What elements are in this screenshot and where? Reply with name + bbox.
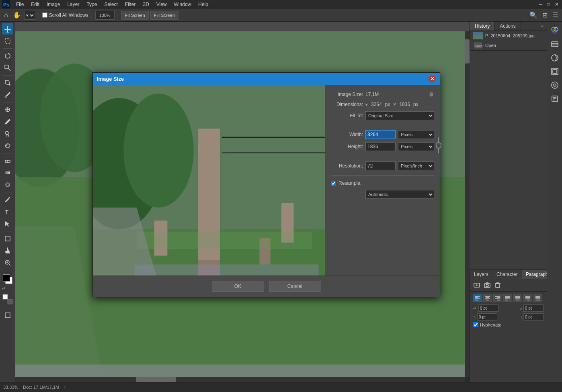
tab-layers[interactable]: Layers: [470, 270, 492, 279]
zoom-tool[interactable]: [2, 257, 13, 268]
notes-icon[interactable]: [549, 93, 560, 104]
delete-layer-btn[interactable]: [493, 281, 502, 290]
resample-select[interactable]: Automatic Preserve Details Bicubic Smoot…: [365, 190, 434, 199]
eyedropper-tool[interactable]: [2, 89, 13, 100]
swap-colors-btn[interactable]: ⇄: [2, 286, 13, 291]
dimensions-expand-btn[interactable]: ▾: [365, 102, 368, 107]
settings-icon[interactable]: ⚙: [429, 91, 434, 98]
align-right-btn[interactable]: [493, 294, 502, 302]
properties-icon[interactable]: [549, 80, 560, 91]
hand-tool[interactable]: [2, 245, 13, 256]
gradient-tool[interactable]: [2, 167, 13, 178]
tab-history[interactable]: History: [470, 22, 495, 31]
chain-link-icon[interactable]: [436, 133, 441, 157]
crop-tool[interactable]: [2, 77, 13, 88]
screen-mode-btn[interactable]: [2, 310, 13, 321]
menu-3d[interactable]: 3D: [139, 1, 152, 8]
close-btn[interactable]: ✕: [553, 0, 560, 9]
align-left-btn[interactable]: [473, 294, 482, 302]
width-input[interactable]: [365, 130, 396, 139]
dialog-close-btn[interactable]: ✕: [429, 75, 436, 82]
marquee-tool[interactable]: [2, 35, 13, 47]
menu-select[interactable]: Select: [101, 1, 121, 8]
svg-point-40: [552, 55, 558, 61]
menu-window[interactable]: Window: [171, 1, 195, 8]
path-select-tool[interactable]: [2, 218, 13, 229]
cancel-btn[interactable]: Cancel: [269, 281, 321, 292]
resample-checkbox[interactable]: [331, 181, 336, 186]
menu-filter[interactable]: Filter: [122, 1, 139, 8]
menu-layer[interactable]: Layer: [64, 1, 82, 8]
menu-help[interactable]: Help: [195, 1, 211, 8]
menu-file[interactable]: File: [13, 1, 27, 8]
tab-actions[interactable]: Actions: [495, 22, 521, 31]
text-tool[interactable]: T: [2, 206, 13, 217]
ok-btn[interactable]: OK: [212, 281, 264, 292]
justify-all-btn[interactable]: [533, 294, 542, 302]
width-unit-select[interactable]: Pixels Inches Centimeters: [398, 130, 434, 139]
workspace-icon[interactable]: ☰: [551, 11, 560, 20]
height-input[interactable]: [365, 142, 396, 151]
brush-tool[interactable]: [2, 116, 13, 127]
tools-panel: T ⇄: [0, 22, 15, 382]
status-zoom: 33.33%: [3, 385, 18, 390]
history-brush-tool[interactable]: [2, 140, 13, 151]
search-icon[interactable]: 🔍: [528, 11, 539, 20]
vertical-scroll-thumb[interactable]: [465, 39, 470, 63]
layers-icon[interactable]: [549, 39, 560, 50]
healing-brush-tool[interactable]: [2, 104, 13, 115]
color-picker[interactable]: [2, 274, 13, 285]
menu-image[interactable]: Image: [43, 1, 63, 8]
menu-type[interactable]: Type: [83, 1, 100, 8]
justify-right-btn[interactable]: [523, 294, 532, 302]
svg-line-4: [8, 69, 10, 71]
scroll-all-checkbox-label[interactable]: Scroll All Windows: [42, 12, 88, 18]
resolution-unit-select[interactable]: Pixels/Inch Pixels/Centimeter: [398, 161, 434, 170]
horizontal-scroll-thumb[interactable]: [136, 377, 176, 382]
menu-edit[interactable]: Edit: [28, 1, 43, 8]
blur-tool[interactable]: [2, 179, 13, 190]
arrange-icon[interactable]: ⊞: [541, 11, 549, 20]
shapes-icon[interactable]: [549, 66, 560, 77]
tab-character[interactable]: Character: [492, 270, 522, 279]
camera-btn[interactable]: [483, 281, 492, 290]
lasso-tool[interactable]: [2, 50, 13, 61]
shape-tool[interactable]: [2, 233, 13, 244]
adjustments-icon[interactable]: [549, 52, 560, 63]
space-after-input[interactable]: [523, 313, 544, 321]
indent-right-input[interactable]: [523, 304, 544, 312]
align-center-btn[interactable]: [483, 294, 492, 302]
resolution-row: Resolution: Pixels/Inch Pixels/Centimete…: [331, 161, 434, 170]
hand-tool-icon[interactable]: ✋: [11, 11, 23, 20]
home-icon[interactable]: ⌂: [2, 11, 10, 20]
justify-center-btn[interactable]: [513, 294, 522, 302]
justify-left-btn[interactable]: [503, 294, 512, 302]
indent-left-input[interactable]: [478, 304, 498, 312]
resolution-input[interactable]: [365, 161, 396, 170]
move-tool[interactable]: [2, 23, 13, 35]
pen-tool[interactable]: [2, 194, 13, 205]
fit-screen-btn[interactable]: Fit Screen: [121, 11, 149, 20]
quick-mask-btn[interactable]: [2, 294, 13, 306]
channels-icon[interactable]: [549, 25, 560, 36]
restore-btn[interactable]: □: [546, 0, 552, 9]
add-layer-btn[interactable]: [472, 281, 481, 290]
minimize-btn[interactable]: ─: [537, 0, 544, 9]
history-panel-menu-btn[interactable]: ≡: [537, 22, 547, 31]
clone-stamp-tool[interactable]: [2, 128, 13, 139]
fit-to-select[interactable]: Original Size Custom US Paper (8.5" x 11…: [365, 111, 434, 120]
scroll-all-checkbox[interactable]: [42, 12, 47, 18]
magic-wand-tool[interactable]: [2, 62, 13, 74]
canvas-vertical-scrollbar[interactable]: [465, 31, 470, 377]
space-before-input[interactable]: [477, 313, 497, 321]
eraser-tool[interactable]: [2, 155, 13, 166]
status-arrow[interactable]: ›: [64, 385, 66, 390]
menu-view[interactable]: View: [153, 1, 170, 8]
hand-mode-select[interactable]: ▾: [24, 11, 35, 20]
hyphenate-checkbox[interactable]: [473, 322, 478, 327]
zoom-input[interactable]: [95, 11, 115, 20]
canvas-horizontal-scrollbar[interactable]: [15, 377, 465, 382]
height-unit-select[interactable]: Pixels Inches Centimeters: [398, 142, 434, 151]
fill-screen-btn[interactable]: Fill Screen: [150, 11, 178, 20]
history-open-item[interactable]: Open Open: [470, 41, 547, 50]
